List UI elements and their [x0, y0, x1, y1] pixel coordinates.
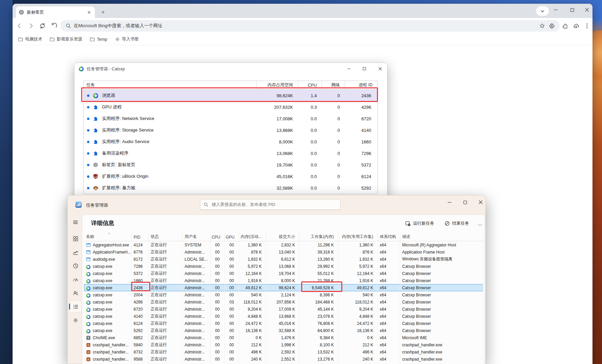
wtm-process-row[interactable]: ApplicationFrameH...6776正在运行Administr...… — [84, 248, 483, 256]
wtm-column-4[interactable]: CPU — [210, 232, 225, 241]
catsxp-task-row[interactable]: 实用程序: Audio Service8,000K0.001660 — [84, 136, 377, 148]
wtm-process-row[interactable]: catsxp.exe5372正在运行Administr...000012,164… — [84, 270, 483, 277]
nav-item-users[interactable] — [69, 287, 82, 299]
nav-item-details[interactable] — [69, 301, 82, 312]
column-memory[interactable]: 内存占用空间 — [256, 81, 298, 89]
catsxp-tm-titlebar[interactable]: 任务管理器 - Catsxp — [74, 63, 387, 75]
bookmark-item-1[interactable]: 电脑技术 — [15, 35, 45, 44]
wtm-column-6[interactable]: 内存(活动... — [239, 232, 266, 241]
column-cpu[interactable]: CPU — [298, 81, 322, 89]
wtm-process-row[interactable]: crashpad_handler...9588正在运行Administr...0… — [84, 356, 483, 363]
catsxp-translate-icon[interactable] — [547, 21, 556, 31]
wtm-column-0[interactable]: 名称^ — [84, 232, 132, 241]
performance-icon — [73, 249, 79, 255]
wtm-column-7[interactable]: 提交大小 — [266, 232, 299, 241]
catsxp-task-row[interactable]: GPU 进程207,632K0.304296 — [84, 101, 377, 113]
wtm-process-row[interactable]: catsxp.exe4296正在运行Administr...0003118,01… — [84, 298, 483, 306]
wtm-process-row[interactable]: catsxp.exe6720正在运行Administr...00009,204 … — [84, 306, 483, 313]
task-cpu: 0.0 — [298, 128, 322, 133]
crashpad-icon — [86, 350, 91, 354]
wtm-column-9[interactable]: 内存(专用工作集) — [338, 232, 378, 241]
catsxp-task-row[interactable]: 扩展程序: 暴力猴32,588K0.005292 — [84, 182, 377, 194]
wtm-table-header: 名称^PID状态用户名CPUGPU内存(活动...提交大小工作集(内存)内存(专… — [84, 232, 483, 241]
cell-name: crashpad_handler... — [84, 341, 132, 348]
column-network[interactable]: 网络 — [322, 81, 345, 89]
catsxp-task-row[interactable]: 备用渲染程序13,068K0.007296 — [84, 148, 377, 159]
catsxp-tm-close-button[interactable] — [374, 63, 386, 74]
wtm-column-1[interactable]: PID — [132, 232, 149, 241]
cell-mem: 118,012 K — [239, 298, 266, 306]
catsxp-tm-minimize-button[interactable] — [342, 63, 355, 74]
cell-arch: x64 — [378, 241, 400, 248]
wtm-process-row[interactable]: catsxp.exe7296正在运行Administr...00005,972 … — [84, 263, 483, 270]
run-new-task-button[interactable]: 运行新任务 — [402, 219, 437, 228]
nav-menu-hamburger[interactable] — [69, 216, 82, 228]
wtm-minimize-button[interactable] — [442, 195, 457, 209]
wtm-process-row[interactable]: catsxp.exe2004正在运行Administr...0000540 K2… — [84, 291, 483, 298]
wtm-process-row[interactable]: catsxp.exe5292正在运行Administr...000016,136… — [84, 327, 483, 334]
wtm-process-row[interactable]: catsxp.exe2436正在运行Administr...000049,812… — [84, 284, 483, 291]
wtm-process-row[interactable]: crashpad_handler...8732正在运行Administr...0… — [84, 348, 483, 356]
catsxp-task-row[interactable]: 浏览器98,624K1.402436 — [84, 90, 377, 101]
cell-status: 正在运行 — [149, 306, 183, 313]
cell-pws: 876 K — [338, 248, 378, 256]
reload-icon[interactable] — [38, 21, 47, 31]
forward-button[interactable] — [26, 21, 36, 31]
end-task-button[interactable]: 结束任务 — [442, 219, 472, 228]
wtm-process-row[interactable]: AggregatorHost.exe4124正在运行SYSTEM00001,36… — [84, 241, 483, 248]
tab-new-tab-page[interactable]: 新标签页 ✕ — [16, 6, 95, 18]
nav-item-performance[interactable] — [69, 246, 82, 258]
crashpad-icon — [86, 343, 91, 347]
browser-close-button[interactable] — [580, 4, 595, 16]
wtm-maximize-button[interactable] — [457, 195, 473, 209]
nav-item-app-history[interactable] — [69, 260, 82, 272]
browser-minimize-button[interactable] — [548, 4, 563, 16]
task-memory: 8,000K — [256, 139, 298, 144]
wtm-column-3[interactable]: 用户名 — [183, 232, 210, 241]
wtm-column-2[interactable]: 状态 — [149, 232, 183, 241]
wtm-column-10[interactable]: 体系结构 — [378, 232, 400, 241]
wtm-process-row[interactable]: ChsIME.exe6852正在运行Administr...00000 K1,4… — [84, 334, 483, 341]
bookmark-item-4[interactable]: 导入书签 — [112, 35, 142, 44]
menu-kebab-icon[interactable] — [582, 21, 592, 31]
wtm-search-box[interactable]: 键入要搜索的名称、发布者或 PID — [200, 199, 341, 210]
more-options-button[interactable]: ... — [475, 219, 485, 228]
catsxp-task-row[interactable]: 实用程序: Network Service17,008K0.006720 — [84, 113, 377, 124]
wtm-column-5[interactable]: GPU — [225, 232, 239, 241]
browser-maximize-button[interactable] — [565, 4, 580, 16]
nav-item-processes[interactable] — [69, 233, 82, 244]
tab-search-button[interactable] — [536, 6, 549, 16]
wtm-process-row[interactable]: audiodg.exe8172正在运行LOCAL SE...00001,632 … — [84, 256, 483, 263]
back-button[interactable] — [15, 21, 24, 31]
nav-item-services[interactable] — [69, 314, 82, 326]
catsxp-task-row[interactable]: 实用程序: Storage Service13,668K0.004140 — [84, 124, 377, 136]
bookmark-item-3[interactable]: Temp — [87, 35, 110, 43]
column-task[interactable]: 任务 — [84, 81, 256, 89]
bookmark-star-icon[interactable] — [537, 21, 547, 31]
undo-arrow-icon[interactable] — [49, 21, 59, 31]
wtm-process-row[interactable]: crashpad_handler...5840正在运行Administr...0… — [84, 341, 483, 348]
wtm-titlebar[interactable]: 任务管理器 键入要搜索的名称、发布者或 PID — [68, 195, 485, 214]
bookmark-item-2[interactable]: 影视音乐资源 — [47, 35, 85, 44]
wtm-process-row[interactable]: csrss.exe700正在运行SYSTEM0000452 K1,876 K6,… — [84, 363, 483, 364]
cell-pid: 1660 — [132, 277, 149, 284]
cell-gpu: 00 — [225, 263, 239, 270]
wtm-close-button[interactable] — [473, 195, 488, 209]
cell-arch: x64 — [378, 263, 400, 270]
wtm-column-8[interactable]: 工作集(内存) — [299, 232, 338, 241]
tab-close-icon[interactable]: ✕ — [86, 9, 92, 15]
extensions-icon[interactable] — [561, 21, 570, 31]
download-icon[interactable] — [571, 21, 581, 31]
catsxp-task-row[interactable]: 标签页: 新标签页19,704K0.005372 — [84, 159, 377, 171]
address-bar[interactable]: 在Microsoft Bing中搜索，或者输入一个网址 — [60, 20, 560, 32]
wtm-process-row[interactable]: catsxp.exe6124正在运行Administr...000024,472… — [84, 320, 483, 327]
column-pid[interactable]: 进程 ID — [345, 81, 377, 89]
cell-desc: Catsxp Browser — [400, 320, 483, 327]
catsxp-tm-maximize-button[interactable] — [358, 63, 371, 74]
catsxp-task-row[interactable]: 扩展程序: uBlock Origin45,016K0.006124 — [84, 171, 377, 182]
wtm-process-row[interactable]: catsxp.exe1660正在运行Administr...00001,916 … — [84, 277, 483, 284]
wtm-column-11[interactable]: 描述 — [400, 232, 483, 241]
wtm-process-row[interactable]: catsxp.exe4140正在运行Administr...00004,848 … — [84, 313, 483, 320]
new-tab-button[interactable]: + — [99, 8, 107, 16]
nav-item-startup-apps[interactable] — [69, 274, 82, 285]
